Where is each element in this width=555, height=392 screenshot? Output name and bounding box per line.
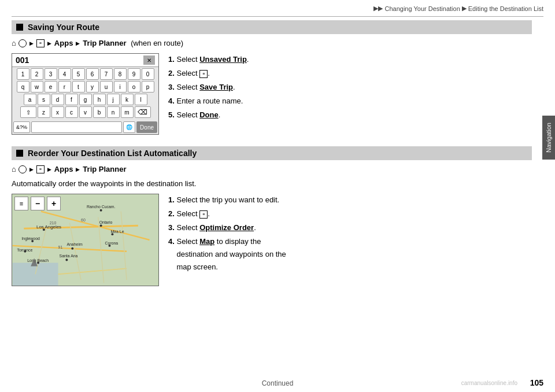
keyboard-input-text: 001 — [16, 56, 29, 65]
key-globe[interactable]: 🌐 — [123, 121, 135, 133]
svg-point-17 — [100, 224, 102, 227]
svg-text:Corona: Corona — [105, 241, 119, 245]
section1-black-square — [16, 24, 23, 31]
key-shift[interactable]: ⇧ — [20, 106, 36, 118]
key-m[interactable]: m — [121, 106, 134, 118]
svg-text:Long Beach: Long Beach — [27, 258, 49, 263]
key-d[interactable]: d — [51, 94, 64, 105]
section2-title: Reorder Your Destination List Automatica… — [28, 149, 197, 158]
key-a[interactable]: a — [24, 94, 36, 105]
section1-header: Saving Your Route — [12, 20, 532, 34]
trip-planner-label-1: Trip Planner — [83, 39, 126, 47]
key-j[interactable]: j — [107, 94, 120, 105]
kb-row-numbers: 1 2 3 4 5 6 7 8 9 0 — [13, 68, 157, 80]
svg-text:91: 91 — [58, 245, 63, 249]
top-divider — [12, 16, 543, 17]
step-2-4: 4. Select Map to display the destination… — [168, 235, 532, 273]
key-3[interactable]: 3 — [45, 68, 57, 80]
triangle-icon-s2-1: ▶ — [29, 167, 34, 172]
apps-label-1: Apps — [54, 39, 73, 47]
key-z[interactable]: z — [38, 106, 50, 118]
key-u[interactable]: u — [100, 81, 113, 93]
when-en-route: (when en route) — [129, 39, 184, 47]
key-5[interactable]: 5 — [72, 68, 85, 80]
keyboard-input-row: 001 ✕ — [12, 54, 158, 67]
key-i[interactable]: i — [114, 81, 127, 93]
key-r[interactable]: r — [58, 81, 71, 93]
keyboard-clear-btn[interactable]: ✕ — [143, 56, 155, 65]
kb-bottom-row: &?% 🌐 Done — [12, 120, 158, 134]
breadcrumb-arrow2: ▶ — [462, 5, 467, 12]
circle-icon-2 — [18, 165, 27, 173]
svg-point-20 — [71, 247, 73, 250]
step-2-2: 2. Select ≡. — [168, 208, 532, 220]
circle-icon — [18, 39, 27, 47]
key-p[interactable]: p — [142, 81, 154, 93]
map-zoom-in-btn[interactable]: + — [47, 197, 61, 210]
svg-point-21 — [65, 259, 68, 261]
key-b[interactable]: b — [93, 106, 106, 118]
key-x[interactable]: x — [51, 106, 64, 118]
svg-text:Torrance: Torrance — [17, 248, 32, 252]
section2-intro: Automatically order the waypoints in the… — [12, 179, 532, 188]
section1-steps: 1. Select Unsaved Trip. 2. Select ≡. 3. … — [168, 53, 532, 135]
map-toolbar: ≡ − + — [14, 197, 61, 210]
section2-content: 210 60 91 Los Angeles Inglewood Torrance… — [12, 194, 532, 286]
key-8[interactable]: 8 — [114, 68, 127, 80]
kb-row-asdf: a s d f g h j k l — [13, 94, 157, 105]
trip-planner-label-2: Trip Planner — [83, 165, 126, 173]
key-0[interactable]: 0 — [142, 68, 154, 80]
key-w[interactable]: w — [31, 81, 43, 93]
keyboard-rows: 1 2 3 4 5 6 7 8 9 0 q w e r t y — [12, 67, 158, 120]
svg-text:Inglewood: Inglewood — [21, 236, 40, 241]
breadcrumb-changing: Changing Your Destination — [384, 5, 460, 12]
key-space[interactable] — [31, 121, 122, 133]
key-o[interactable]: o — [128, 81, 140, 93]
key-h[interactable]: h — [93, 94, 106, 105]
key-4[interactable]: 4 — [58, 68, 71, 80]
step-1-4: 4. Enter a route name. — [168, 95, 532, 108]
section2-steps: 1. Select the trip you want to edit. 2. … — [168, 194, 532, 286]
key-1[interactable]: 1 — [17, 68, 29, 80]
continued-text: Continued — [262, 379, 294, 387]
menu-icon-2: ≡ — [36, 165, 45, 173]
key-7[interactable]: 7 — [100, 68, 113, 80]
key-f[interactable]: f — [65, 94, 78, 105]
key-e[interactable]: e — [45, 81, 57, 93]
watermark: carmanualsonline.info — [461, 380, 517, 386]
section2-breadcrumb: ⌂ ▶ ≡ ▶ Apps ▶ Trip Planner — [12, 165, 532, 173]
svg-text:Santa Ana: Santa Ana — [60, 254, 78, 258]
key-v[interactable]: v — [79, 106, 92, 118]
section2-black-square — [16, 150, 23, 157]
header-breadcrumb: ▶▶ Changing Your Destination ▶ Editing t… — [373, 5, 543, 12]
key-s[interactable]: s — [38, 94, 50, 105]
key-done[interactable]: Done — [136, 121, 157, 133]
kb-row-zxcv: ⇧ z x c v b n m ⌫ — [13, 106, 157, 118]
key-k[interactable]: k — [121, 94, 134, 105]
svg-point-22 — [100, 209, 102, 212]
key-l[interactable]: l — [135, 94, 147, 105]
svg-text:60: 60 — [81, 218, 86, 222]
home-icon: ⌂ — [12, 39, 16, 47]
map-menu-btn[interactable]: ≡ — [14, 197, 28, 210]
key-n[interactable]: n — [107, 106, 120, 118]
key-backspace[interactable]: ⌫ — [135, 106, 151, 118]
key-g[interactable]: g — [79, 94, 92, 105]
step-1-1: 1. Select Unsaved Trip. — [168, 53, 532, 66]
key-y[interactable]: y — [86, 81, 99, 93]
key-t[interactable]: t — [72, 81, 85, 93]
key-c[interactable]: c — [65, 106, 78, 118]
key-q[interactable]: q — [17, 81, 29, 93]
breadcrumb-editing: Editing the Destination List — [468, 5, 543, 12]
svg-text:Los Angeles: Los Angeles — [36, 224, 61, 230]
step-2-1: 1. Select the trip you want to edit. — [168, 194, 532, 206]
key-2[interactable]: 2 — [31, 68, 43, 80]
key-special-chars[interactable]: &?% — [13, 121, 30, 133]
keyboard-mockup[interactable]: 001 ✕ 1 2 3 4 5 6 7 8 9 0 q w — [12, 53, 159, 135]
page-number: 105 — [530, 378, 543, 387]
map-zoom-out-btn[interactable]: − — [31, 197, 45, 210]
key-6[interactable]: 6 — [86, 68, 99, 80]
svg-text:Rancho Cucam.: Rancho Cucam. — [87, 205, 116, 209]
key-9[interactable]: 9 — [128, 68, 140, 80]
triangle-icon-s2-2: ▶ — [47, 167, 51, 172]
